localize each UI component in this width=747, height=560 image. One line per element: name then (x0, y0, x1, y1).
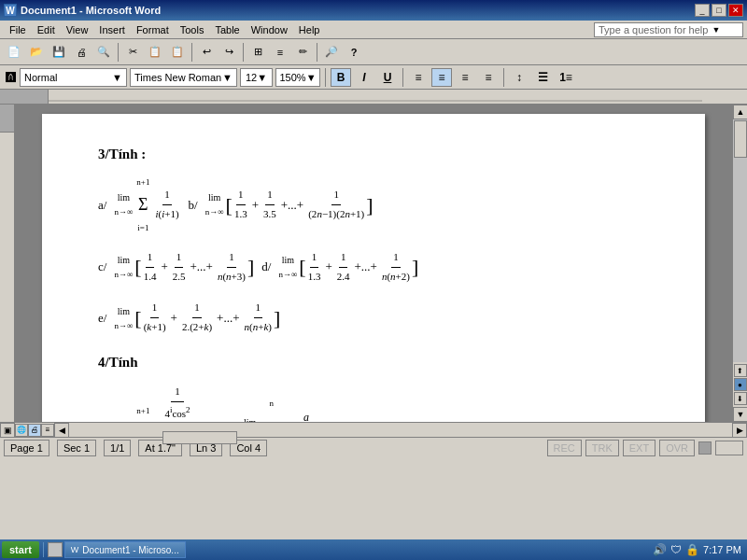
toolbar-separator-2 (191, 43, 192, 62)
print-button[interactable]: 🖨 (71, 42, 92, 63)
status-ovr: OVR (659, 440, 695, 456)
help-button[interactable]: ? (344, 42, 364, 63)
size-arrow-icon: ▼ (257, 72, 267, 83)
save-button[interactable]: 💾 (49, 42, 69, 63)
scroll-next-page-button[interactable]: ⬇ (734, 392, 747, 405)
formatting-toolbar: 🅰 Normal ▼ Times New Roman ▼ 12 ▼ 150% ▼… (0, 65, 747, 90)
menu-view[interactable]: View (61, 22, 94, 37)
zoom-button[interactable]: 🔎 (321, 42, 342, 63)
italic-button[interactable]: I (354, 68, 374, 87)
align-center-button[interactable]: ≡ (431, 68, 452, 87)
close-button[interactable]: ✕ (728, 4, 743, 17)
status-page-of: 1/1 (104, 440, 131, 456)
hscroll-thumb[interactable] (162, 431, 237, 444)
app-icon: W (4, 4, 17, 17)
menu-file[interactable]: File (4, 22, 32, 37)
style-dropdown[interactable]: Normal ▼ (20, 68, 127, 87)
taskbar-right: 🔊 🛡 🔒 7:17 PM (653, 543, 745, 556)
expr-d: lim n→∞ [ 1 1.3 + 1 2.4 +...+ (278, 248, 418, 287)
line-spacing-button[interactable]: ↕ (509, 68, 529, 87)
titlebar: W Document1 - Microsoft Word _ □ ✕ (0, 0, 747, 21)
preview-button[interactable]: 🔍 (93, 42, 114, 63)
given-text: (a đã cho sẵn) (318, 419, 388, 422)
font-dropdown[interactable]: Times New Roman ▼ (130, 68, 237, 87)
minimize-button[interactable]: _ (695, 4, 710, 17)
size-value: 12 (246, 72, 257, 83)
taskbar-desktop-icon[interactable] (48, 542, 63, 557)
section3-title: 3/Tính : (98, 142, 658, 167)
zoom-arrow-icon: ▼ (306, 72, 317, 83)
vertical-scrollbar[interactable]: ▲ ⬆ ● ⬇ ▼ (732, 105, 747, 422)
new-document-button[interactable]: 📄 (4, 42, 24, 63)
align-left-button[interactable]: ≡ (408, 68, 429, 87)
vertical-ruler (0, 105, 15, 422)
menu-window[interactable]: Window (246, 22, 293, 37)
start-button[interactable]: start (2, 541, 39, 558)
menu-tools[interactable]: Tools (175, 22, 210, 37)
view-normal-button[interactable]: ▣ (0, 423, 15, 438)
titlebar-buttons[interactable]: _ □ ✕ (695, 4, 743, 17)
help-search-box[interactable]: Type a question for help ▼ (594, 22, 743, 37)
help-placeholder: Type a question for help (599, 24, 708, 35)
status-right: REC TRK EXT OVR (547, 440, 743, 456)
redo-button[interactable]: ↪ (218, 42, 239, 63)
toolbar-separator-1 (118, 43, 119, 62)
expr-e: lim n→∞ [ 1 (k+1) + 1 2.(2+k) (114, 299, 280, 337)
menu-insert[interactable]: Insert (93, 22, 131, 37)
taskbar: start W Document1 - Microso... 🔊 🛡 🔒 7:1… (0, 539, 747, 560)
horizontal-ruler: // We'll draw these via HTML elements (0, 90, 747, 105)
scroll-select-button[interactable]: ● (734, 378, 747, 391)
status-page: Page 1 (4, 440, 49, 456)
numbering-button[interactable]: 1≡ (556, 68, 576, 87)
scroll-track[interactable] (733, 119, 747, 362)
document-page: 3/Tính : a/ lim n→∞ n+1 Σ i=1 (42, 114, 705, 422)
horizontal-scrollbar[interactable]: ▣ 🌐 🖨 ≡ ◀ ▶ (0, 422, 747, 437)
hscroll-right-button[interactable]: ▶ (732, 423, 747, 438)
math-content: 3/Tính : a/ lim n→∞ n+1 Σ i=1 (98, 142, 658, 422)
doc-scroll-area[interactable]: 3/Tính : a/ lim n→∞ n+1 Σ i=1 (15, 105, 732, 422)
math-row-e: e/ lim n→∞ [ 1 (k+1) + 1 (98, 299, 658, 337)
fmt-separator-2 (402, 68, 403, 87)
standard-toolbar: 📄 📂 💾 🖨 🔍 ✂ 📋 📋 ↩ ↪ ⊞ ≡ ✏ 🔎 ? (0, 39, 747, 65)
table-button[interactable]: ⊞ (247, 42, 268, 63)
hscroll-left-button[interactable]: ◀ (54, 423, 69, 438)
scroll-prev-page-button[interactable]: ⬆ (734, 364, 747, 377)
status-word-icon (715, 441, 743, 455)
zoom-dropdown[interactable]: 150% ▼ (275, 68, 320, 87)
align-right-button[interactable]: ≡ (455, 68, 475, 87)
section4-title: 4/Tính (98, 350, 658, 375)
view-outline-button[interactable]: ≡ (41, 424, 54, 437)
cut-button[interactable]: ✂ (122, 42, 143, 63)
drawing-button[interactable]: ✏ (292, 42, 313, 63)
expr-4a: lim n→∞ n+1 Σ i=2 [ 1 4icos2 (114, 383, 201, 422)
help-arrow-icon: ▼ (712, 25, 720, 35)
macro-icon (698, 441, 712, 455)
columns-button[interactable]: ≡ (270, 42, 290, 63)
maximize-button[interactable]: □ (712, 4, 726, 17)
taskbar-word-item[interactable]: W Document1 - Microso... (64, 541, 186, 558)
scroll-thumb[interactable] (734, 120, 747, 158)
size-dropdown[interactable]: 12 ▼ (240, 68, 273, 87)
scroll-up-button[interactable]: ▲ (733, 105, 747, 119)
label-e: e/ (98, 307, 106, 329)
bullets-button[interactable]: ☰ (532, 68, 553, 87)
justify-button[interactable]: ≡ (478, 68, 499, 87)
underline-button[interactable]: U (377, 68, 398, 87)
label-c: c/ (98, 256, 106, 277)
status-sec: Sec 1 (57, 440, 96, 456)
copy-button[interactable]: 📋 (145, 42, 165, 63)
menu-help[interactable]: Help (293, 22, 326, 37)
window-title: Document1 - Microsoft Word (21, 5, 161, 16)
menu-edit[interactable]: Edit (32, 22, 61, 37)
menu-format[interactable]: Format (131, 22, 175, 37)
view-web-button[interactable]: 🌐 (15, 424, 28, 437)
scroll-down-button[interactable]: ▼ (733, 407, 747, 422)
open-button[interactable]: 📂 (26, 42, 47, 63)
undo-button[interactable]: ↩ (196, 42, 217, 63)
sys-icon-3: 🔒 (685, 543, 699, 556)
bold-button[interactable]: B (331, 68, 351, 87)
view-print-button[interactable]: 🖨 (28, 424, 41, 437)
toolbar-separator-3 (243, 43, 244, 62)
menu-table[interactable]: Table (209, 22, 245, 37)
paste-button[interactable]: 📋 (167, 42, 188, 63)
